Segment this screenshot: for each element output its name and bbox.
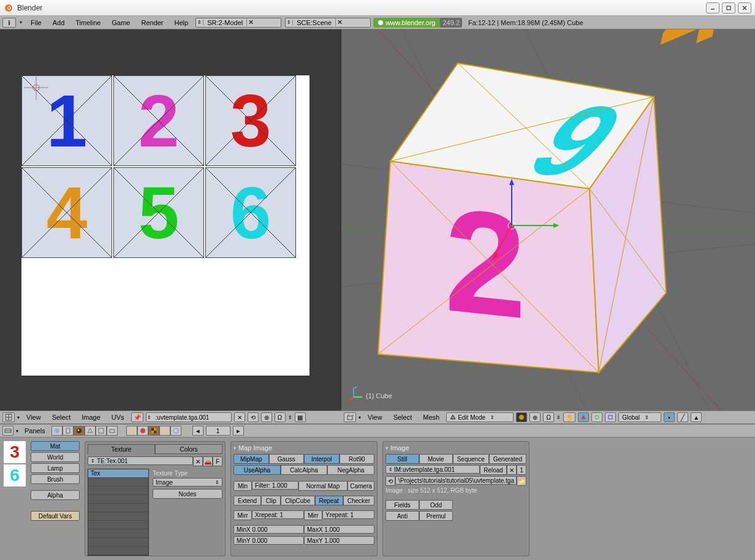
fake-user-button[interactable]: F bbox=[213, 456, 222, 466]
min-button[interactable]: Min bbox=[233, 481, 252, 491]
auto-button[interactable]: 🚗 bbox=[203, 456, 213, 466]
movie-tab[interactable]: Movie bbox=[419, 454, 453, 464]
snap-icon[interactable]: Ω bbox=[543, 412, 554, 422]
scale-icon[interactable] bbox=[605, 412, 616, 422]
uv-canvas[interactable]: 123456 bbox=[21, 75, 309, 376]
uv-tile-3[interactable]: 3 bbox=[205, 75, 296, 166]
shading-context-icon[interactable] bbox=[74, 426, 85, 436]
script-context-icon[interactable] bbox=[63, 426, 74, 436]
texture-slot-empty[interactable] bbox=[88, 512, 148, 521]
default-vars-button[interactable]: Default Vars bbox=[31, 511, 80, 521]
pivot-icon[interactable]: ⊕ bbox=[529, 412, 541, 422]
menu-select[interactable]: Select bbox=[389, 414, 417, 421]
maxx-field[interactable]: MaxX 1.000 bbox=[304, 525, 374, 534]
object-context-icon[interactable] bbox=[85, 426, 96, 436]
tab-colors[interactable]: Colors bbox=[155, 444, 222, 454]
interpol-button[interactable]: Interpol bbox=[304, 454, 340, 464]
shading-icon[interactable] bbox=[516, 412, 527, 422]
texture-slot-empty[interactable] bbox=[88, 504, 148, 512]
frame-next-icon[interactable]: ▸ bbox=[233, 426, 244, 436]
menu-timeline[interactable]: Timeline bbox=[70, 19, 105, 26]
filter-field[interactable]: Filter: 1.000 bbox=[252, 481, 298, 490]
maxy-field[interactable]: MaxY 1.000 bbox=[304, 536, 374, 545]
menu-render[interactable]: Render bbox=[136, 19, 168, 26]
edge-select-icon[interactable]: ╱ bbox=[677, 412, 688, 422]
users-button[interactable]: 1 bbox=[517, 465, 526, 475]
menu-help[interactable]: Help bbox=[170, 19, 194, 26]
menu-add[interactable]: Add bbox=[48, 19, 70, 26]
odd-button[interactable]: Odd bbox=[419, 500, 453, 510]
unlink-button[interactable]: ✕ bbox=[507, 465, 517, 475]
sync-icon[interactable]: ▦ bbox=[295, 412, 306, 422]
clipcube-button[interactable]: ClipCube bbox=[281, 496, 314, 505]
yrepeat-field[interactable]: Yrepeat: 1 bbox=[322, 510, 374, 519]
material-subcontext-icon[interactable] bbox=[137, 426, 148, 436]
uv-tile-6[interactable]: 6 bbox=[205, 167, 296, 258]
menu-file[interactable]: File bbox=[26, 19, 47, 26]
expand-icon[interactable]: ▾ bbox=[359, 415, 361, 420]
menu-image[interactable]: Image bbox=[77, 414, 105, 421]
menu-view[interactable]: View bbox=[363, 414, 387, 421]
camera-space-button[interactable]: Camera bbox=[347, 481, 374, 491]
generated-tab[interactable]: Generated bbox=[489, 454, 526, 464]
frame-prev-icon[interactable]: ◂ bbox=[192, 426, 203, 436]
3d-view-pane[interactable]: 2 4 6 bbox=[341, 29, 755, 411]
menu-view[interactable]: View bbox=[22, 414, 45, 421]
minx-field[interactable]: MinX 0.000 bbox=[233, 525, 304, 534]
info-icon[interactable]: i bbox=[2, 18, 16, 28]
negalpha-button[interactable]: NegAlpha bbox=[327, 465, 374, 475]
screen-selector[interactable]: ⇕SR:2-Model✕ bbox=[195, 18, 281, 28]
editor-type-icon[interactable] bbox=[344, 412, 356, 422]
orientation-selector[interactable]: Global⇕ bbox=[618, 412, 661, 422]
miny-field[interactable]: MinY 0.000 bbox=[233, 536, 304, 545]
gauss-button[interactable]: Gauss bbox=[269, 454, 305, 464]
close-icon[interactable]: ✕ bbox=[246, 18, 255, 26]
fields-button[interactable]: Fields bbox=[385, 500, 419, 510]
menu-select[interactable]: Select bbox=[48, 414, 75, 421]
manipulator-icon[interactable]: ✋ bbox=[563, 412, 575, 422]
menu-mesh[interactable]: Mesh bbox=[419, 414, 444, 421]
maximize-button[interactable] bbox=[722, 2, 735, 13]
mode-selector[interactable]: Edit Mode⇕ bbox=[446, 412, 514, 422]
pin-icon[interactable]: 📌 bbox=[131, 412, 143, 422]
tab-brush[interactable]: Brush bbox=[31, 474, 80, 484]
pivot-icon[interactable]: ⊕ bbox=[261, 412, 272, 422]
tab-world[interactable]: World bbox=[31, 452, 80, 462]
tab-mat[interactable]: Mat bbox=[31, 441, 80, 451]
logic-context-icon[interactable] bbox=[51, 426, 63, 436]
image-path-field[interactable]: \Projects\tutorials\tutorial05\uvtemplat… bbox=[395, 476, 517, 485]
buttons-type-icon[interactable] bbox=[2, 426, 13, 436]
checker-button[interactable]: Checker bbox=[343, 496, 374, 505]
texture-slot-empty[interactable] bbox=[88, 478, 148, 486]
premul-button[interactable]: Premul bbox=[419, 511, 453, 521]
vertex-select-icon[interactable]: ▪ bbox=[664, 412, 675, 422]
scene-context-icon[interactable] bbox=[107, 426, 118, 436]
texture-slot-empty[interactable] bbox=[88, 529, 148, 538]
image-name-field[interactable]: ⇕IM:uvtemplate.tga.001 bbox=[385, 465, 480, 474]
translate-icon[interactable] bbox=[578, 412, 589, 422]
expand-icon[interactable]: ▾ bbox=[17, 415, 20, 420]
texture-slot-empty[interactable] bbox=[88, 538, 148, 547]
lamp-subcontext-icon[interactable] bbox=[126, 426, 137, 436]
xrepeat-field[interactable]: Xrepeat: 1 bbox=[252, 510, 304, 519]
world-subcontext-icon[interactable] bbox=[170, 426, 181, 436]
expand-icon[interactable]: ▾ bbox=[20, 20, 22, 25]
texture-slot-empty[interactable] bbox=[88, 495, 148, 504]
radiosity-subcontext-icon[interactable] bbox=[159, 426, 170, 436]
normalmap-button[interactable]: Normal Map bbox=[298, 481, 347, 491]
texture-slot-empty[interactable] bbox=[88, 521, 148, 529]
texture-slot-list[interactable]: Tex bbox=[88, 469, 149, 556]
uv-tile-1[interactable]: 1 bbox=[21, 75, 112, 166]
relative-path-icon[interactable]: ⟲ bbox=[385, 476, 395, 486]
blender-link[interactable]: www.blender.org bbox=[373, 18, 440, 28]
tab-alpha[interactable]: Alpha bbox=[31, 490, 80, 500]
nodes-button[interactable]: Nodes bbox=[153, 489, 222, 499]
texture-type-selector[interactable]: Image⇕ bbox=[153, 478, 222, 486]
editing-context-icon[interactable] bbox=[96, 426, 107, 436]
mirr-x-button[interactable]: Mirr bbox=[233, 510, 252, 520]
scene-selector[interactable]: ⇕SCE:Scene✕ bbox=[285, 18, 371, 28]
rot90-button[interactable]: Rot90 bbox=[340, 454, 375, 464]
x-button[interactable]: ✕ bbox=[193, 456, 203, 466]
menu-game[interactable]: Game bbox=[107, 19, 135, 26]
texture-slot-empty[interactable] bbox=[88, 486, 148, 495]
